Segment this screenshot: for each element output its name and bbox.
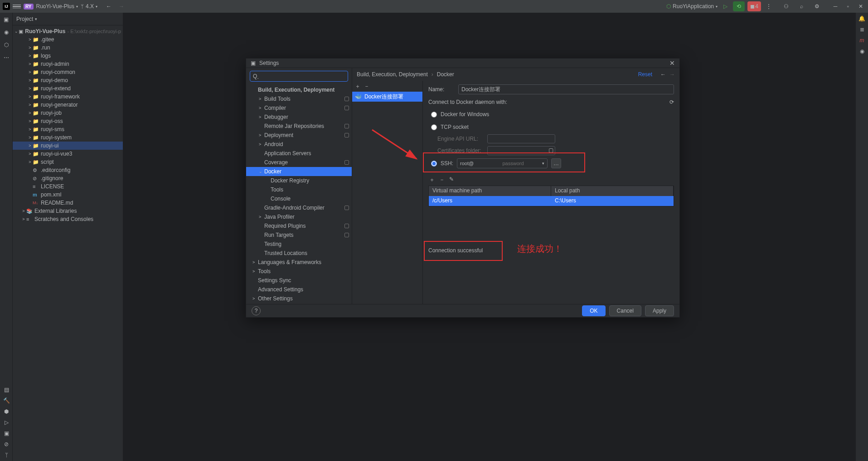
settings-tree-item[interactable]: Console [246, 194, 352, 203]
expand-icon[interactable]: > [27, 143, 33, 148]
breadcrumb[interactable]: Build, Execution, Deployment [357, 71, 428, 78]
expand-icon[interactable]: > [27, 135, 33, 140]
ssh-browse-button[interactable]: … [551, 158, 561, 168]
expand-icon[interactable]: > [27, 152, 33, 156]
radio-input[interactable] [431, 124, 437, 130]
expand-icon[interactable]: > [252, 260, 258, 265]
settings-tree-item[interactable]: Trusted Locations [246, 249, 352, 258]
settings-tree-item[interactable]: > Java Profiler [246, 212, 352, 221]
search-input[interactable] [261, 73, 345, 79]
expand-icon[interactable]: > [27, 37, 33, 42]
tree-node[interactable]: > 📁 ruoyi-job [13, 109, 123, 117]
ok-button[interactable]: OK [582, 305, 605, 316]
settings-tree-item[interactable]: Required Plugins [246, 221, 352, 230]
tree-node[interactable]: > 📁 .gitee [13, 35, 123, 44]
folder-browse-icon[interactable]: ▢ [548, 147, 553, 153]
main-menu-button[interactable] [13, 5, 21, 9]
expand-icon[interactable]: > [252, 296, 258, 301]
close-button[interactable]: ✕ [856, 3, 865, 10]
tree-node[interactable]: > 📁 logs [13, 52, 123, 60]
expand-icon[interactable]: > [27, 160, 33, 164]
expand-icon[interactable]: > [27, 111, 33, 115]
problems-tool-icon[interactable]: ⊘ [4, 441, 9, 447]
expand-icon[interactable]: > [27, 62, 33, 66]
settings-tree-item[interactable]: Advanced Settings [246, 285, 352, 294]
commit-tool-icon[interactable]: ◉ [2, 28, 10, 36]
expand-icon[interactable]: > [259, 215, 264, 219]
settings-icon[interactable]: ⚙ [812, 1, 822, 11]
expand-icon[interactable]: > [27, 78, 33, 83]
ai-tool-icon[interactable]: ◉ [860, 48, 864, 54]
search-everywhere-icon[interactable]: ⌕ [796, 1, 806, 11]
radio-tcp[interactable]: TCP socket [428, 122, 674, 132]
settings-tree-item[interactable]: > Tools [246, 267, 352, 276]
settings-tree-item[interactable]: > Compiler [246, 103, 352, 113]
tree-node[interactable]: > 📁 ruoyi-framework [13, 93, 123, 101]
settings-tree-item[interactable]: > Deployment [246, 131, 352, 140]
expand-icon[interactable]: > [27, 103, 33, 107]
expand-icon[interactable]: > [27, 70, 33, 74]
run-config-selector[interactable]: ⬡ RuoYiApplication ▾ [666, 3, 718, 10]
expand-icon[interactable]: > [27, 86, 33, 91]
expand-icon[interactable]: > [259, 133, 264, 137]
tree-node[interactable]: > 📁 ruoyi-system [13, 133, 123, 142]
expand-icon[interactable]: > [21, 217, 26, 221]
code-with-me-icon[interactable]: ⚇ [781, 1, 791, 11]
tree-node[interactable]: > 📁 .run [13, 44, 123, 52]
help-button[interactable]: ? [252, 306, 261, 315]
structure-tool-icon[interactable]: ⬡ [2, 41, 10, 49]
settings-tree-item[interactable]: Testing [246, 240, 352, 249]
table-row[interactable]: /c/Users C:\Users [429, 196, 674, 206]
bookmarks-tool-icon[interactable]: ▤ [4, 387, 9, 393]
run-tool-icon[interactable]: ▷ [5, 419, 9, 426]
column-header[interactable]: Local path [551, 186, 674, 196]
apply-button[interactable]: Apply [645, 305, 674, 316]
settings-tree-item[interactable]: > Build Tools [246, 94, 352, 103]
more-tools-icon[interactable]: ⋯ [2, 54, 10, 62]
tree-node[interactable]: > 📁 ruoyi-ui-vue3 [13, 150, 123, 158]
expand-icon[interactable]: > [21, 209, 26, 213]
tree-node[interactable]: ⊘ .gitignore [13, 174, 123, 182]
nav-back-icon[interactable]: ← [660, 71, 666, 78]
add-button[interactable]: ＋ [355, 83, 360, 92]
tree-node[interactable]: > 📁 ruoyi-extend [13, 84, 123, 93]
remove-path-button[interactable]: － [439, 176, 445, 184]
tree-node[interactable]: > 📁 ruoyi-sms [13, 125, 123, 133]
column-header[interactable]: Virtual machine path [429, 186, 551, 196]
run-button[interactable]: ▷ [720, 1, 730, 11]
stop-button[interactable]: ◼ 4 [747, 1, 761, 11]
expand-icon[interactable]: > [27, 127, 33, 132]
expand-icon[interactable]: ⌄ [15, 29, 19, 34]
refresh-icon[interactable]: ⟳ [669, 99, 674, 105]
tree-node[interactable]: > 📁 ruoyi-admin [13, 60, 123, 68]
expand-icon[interactable]: > [27, 45, 33, 50]
expand-icon[interactable]: > [27, 119, 33, 123]
notifications-icon[interactable]: 🔔 [858, 15, 865, 22]
settings-tree-item[interactable]: > Debugger [246, 113, 352, 122]
expand-icon[interactable]: > [27, 54, 33, 58]
branch-selector[interactable]: ᛘ 4.X ▾ [81, 3, 97, 10]
expand-icon[interactable]: > [259, 106, 264, 110]
nav-forward-button[interactable]: → [116, 1, 126, 11]
radio-docker-windows[interactable]: Docker for Windows [428, 109, 674, 120]
settings-tree-item[interactable]: Coverage [246, 158, 352, 167]
tree-node[interactable]: M↓ README.md [13, 199, 123, 207]
tree-node[interactable]: > ≡ Scratches and Consoles [13, 215, 123, 223]
settings-tree-item[interactable]: Build, Execution, Deployment [246, 85, 352, 94]
terminal-tool-icon[interactable]: ▣ [4, 430, 9, 436]
tree-node[interactable]: > 📁 script [13, 158, 123, 166]
settings-tree-item[interactable]: Docker Registry [246, 176, 352, 185]
expand-icon[interactable]: > [27, 94, 33, 99]
settings-tree-item[interactable]: Gradle-Android Compiler [246, 203, 352, 212]
vcs-tool-icon[interactable]: ᛘ [5, 452, 8, 458]
database-tool-icon[interactable]: ≣ [860, 26, 864, 33]
project-selector[interactable]: RuoYi-Vue-Plus ▾ [36, 3, 78, 10]
nav-back-button[interactable]: ← [104, 1, 114, 11]
settings-tree-item[interactable]: Run Targets [246, 230, 352, 240]
reset-button[interactable]: Reset [638, 71, 652, 78]
expand-icon[interactable]: ⌄ [259, 169, 264, 174]
settings-tree-item[interactable]: Application Servers [246, 149, 352, 158]
tree-node[interactable]: ⚙ .editorconfig [13, 166, 123, 174]
expand-icon[interactable]: > [259, 142, 264, 147]
close-icon[interactable]: ✕ [669, 59, 675, 67]
